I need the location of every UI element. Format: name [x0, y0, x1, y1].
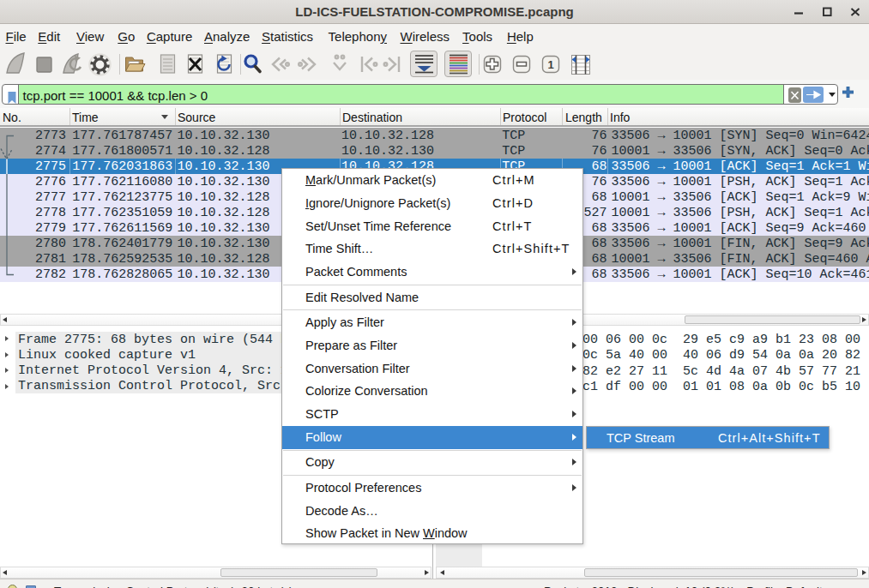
- svg-text:1: 1: [547, 58, 553, 71]
